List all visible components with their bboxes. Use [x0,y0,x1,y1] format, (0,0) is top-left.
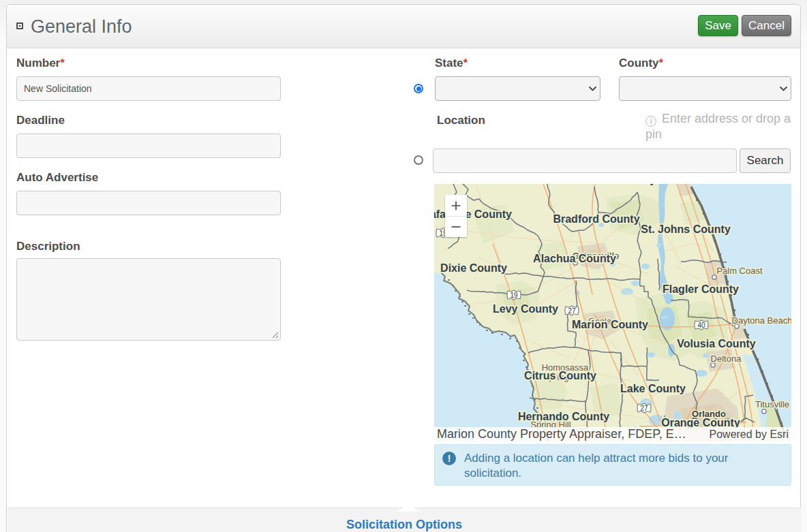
svg-text:Bradford County: Bradford County [553,213,639,225]
svg-text:Volusia County: Volusia County [677,338,755,349]
svg-text:St. Johns County: St. Johns County [641,223,731,235]
svg-text:Alachua County: Alachua County [533,253,616,264]
svg-text:Titusville: Titusville [755,399,789,409]
svg-text:27: 27 [640,405,648,412]
svg-text:Lake County: Lake County [620,383,686,394]
svg-text:Levy County: Levy County [493,303,558,315]
svg-text:Flagler County: Flagler County [663,283,739,295]
svg-text:Hernando County: Hernando County [518,411,609,422]
svg-text:Union County: Union County [585,184,656,185]
svg-text:Palm Coast: Palm Coast [716,266,763,276]
svg-text:Marion County: Marion County [572,319,648,330]
svg-text:Daytona Beach: Daytona Beach [732,315,791,326]
svg-text:27: 27 [568,307,576,315]
svg-text:Citrus County: Citrus County [524,370,596,381]
svg-text:19: 19 [510,292,518,299]
svg-text:Dixie County: Dixie County [440,262,507,274]
svg-text:40: 40 [697,322,705,329]
svg-text:Deltona: Deltona [711,354,742,364]
